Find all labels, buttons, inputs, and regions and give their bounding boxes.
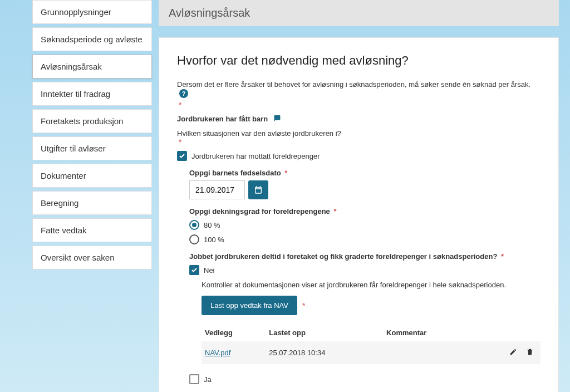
page-title: Avløsningsårsak: [159, 0, 559, 26]
content-panel: Hvorfor var det nødvendig med avløsning?…: [159, 37, 559, 392]
checkbox-foreldrepenger-label: Jordbrukeren har mottatt foreldrepenger: [191, 152, 320, 160]
calendar-button[interactable]: [248, 180, 268, 199]
radio-100[interactable]: [189, 234, 199, 244]
dekningsgrad-label-text: Oppgi dekningsgrad for foreldrepengene: [189, 207, 330, 215]
vedlegg-kommentar: [383, 341, 470, 364]
table-row: NAV.pdf 25.07.2018 10:34: [202, 341, 540, 364]
intro-text: Dersom det er flere årsaker til behovet …: [177, 80, 540, 98]
deltid-question-text: Jobbet jordbrukeren deltid i foretaket o…: [189, 252, 497, 261]
checkbox-foreldrepenger-row: Jordbrukeren har mottatt foreldrepenger: [177, 151, 540, 161]
birthdate-label-text: Oppgi barnets fødselsdato: [189, 169, 281, 177]
radio-100-label: 100 %: [204, 236, 224, 244]
required-mark-2: *: [179, 138, 540, 146]
sidebar-item-dokumenter[interactable]: Dokumenter: [32, 164, 152, 188]
deltid-question: Jobbet jordbrukeren deltid i foretaket o…: [189, 252, 540, 261]
checkbox-ja[interactable]: [189, 374, 199, 384]
edit-button[interactable]: [506, 347, 520, 359]
checkbox-nei[interactable]: [189, 265, 199, 275]
sidebar-item-beregning[interactable]: Beregning: [32, 191, 152, 215]
sidebar-item-avlosningsarsak[interactable]: Avløsningsårsak: [32, 55, 152, 79]
sidebar-item-foretakets-produksjon[interactable]: Foretakets produksjon: [32, 109, 152, 133]
col-lastet: Lastet opp: [266, 324, 383, 341]
section-heading: Hvorfor var det nødvendig med avløsning?: [177, 53, 540, 68]
reason-label: Jordbrukeren har fått barn: [177, 115, 540, 124]
radio-80[interactable]: [189, 220, 199, 230]
radio-80-label: 80 %: [204, 221, 220, 229]
sidebar-item-fatte-vedtak[interactable]: Fatte vedtak: [32, 218, 152, 242]
checkbox-foreldrepenger[interactable]: [177, 151, 187, 161]
vedlegg-link[interactable]: NAV.pdf: [205, 349, 230, 357]
birthdate-input[interactable]: [189, 180, 245, 199]
birthdate-row: [189, 180, 540, 199]
help-icon[interactable]: ?: [179, 89, 188, 98]
sidebar-item-grunnopplysninger[interactable]: Grunnopplysninger: [32, 0, 152, 24]
birthdate-label: Oppgi barnets fødselsdato *: [189, 169, 540, 177]
checkbox-ja-label: Ja: [204, 375, 212, 384]
upload-vedtak-button[interactable]: Last opp vedtak fra NAV: [202, 296, 297, 315]
reason-label-text: Jordbrukeren har fått barn: [177, 115, 268, 123]
intro-text-body: Dersom det er flere årsaker til behovet …: [177, 80, 530, 89]
vedlegg-date: 25.07.2018 10:34: [266, 341, 383, 364]
sidebar-item-oversikt[interactable]: Oversikt over saken: [32, 246, 152, 270]
radio-100-row: 100 %: [189, 234, 540, 244]
delete-button[interactable]: [523, 347, 537, 359]
sidebar-item-soknadsperiode[interactable]: Søknadsperiode og avløste: [32, 27, 152, 51]
sidebar-item-utgifter[interactable]: Utgifter til avløser: [32, 136, 152, 160]
vedlegg-table: Vedlegg Lastet opp Kommentar NAV.pdf 25.…: [202, 324, 540, 364]
required-mark: *: [179, 100, 540, 109]
radio-80-row: 80 %: [189, 220, 540, 230]
checkbox-ja-row: Ja: [189, 374, 540, 384]
kontroller-text: Kontroller at dokumentasjonen viser at j…: [202, 281, 540, 289]
checkbox-nei-row: Nei: [189, 265, 540, 275]
col-kommentar: Kommentar: [383, 324, 470, 341]
situation-question: Hvilken situasjonen var den avløste jord…: [177, 129, 540, 138]
sidebar-item-inntekter[interactable]: Inntekter til fradrag: [32, 82, 152, 106]
calendar-icon: [254, 185, 263, 194]
col-vedlegg: Vedlegg: [202, 324, 266, 341]
dekningsgrad-label: Oppgi dekningsgrad for foreldrepengene *: [189, 207, 540, 215]
pencil-icon: [509, 348, 517, 356]
trash-icon: [526, 348, 534, 356]
sidebar: Grunnopplysninger Søknadsperiode og avlø…: [32, 0, 152, 392]
main-content: Avløsningsårsak Hvorfor var det nødvendi…: [159, 0, 559, 392]
checkbox-nei-label: Nei: [204, 266, 215, 275]
comment-icon[interactable]: [273, 115, 281, 124]
